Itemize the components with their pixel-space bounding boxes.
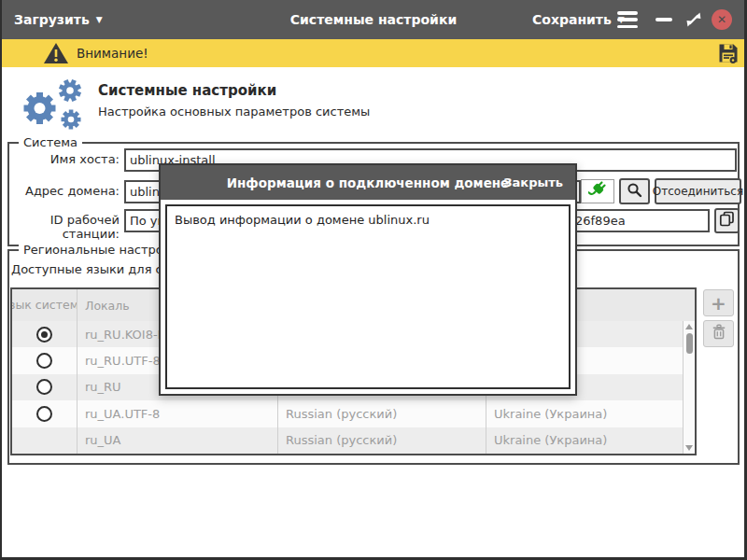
plug-icon bbox=[588, 180, 607, 203]
dialog-output-area: Вывод информации о домене ublinux.ru bbox=[165, 204, 571, 389]
dialog-close-button[interactable]: Закрыть bbox=[503, 165, 563, 200]
warning-text: Внимание! bbox=[77, 39, 148, 67]
search-icon bbox=[627, 182, 642, 202]
table-scrollbar[interactable] bbox=[683, 321, 695, 454]
locale-cell: ru_UA bbox=[77, 427, 277, 454]
warning-bar: Внимание! bbox=[0, 39, 747, 67]
workstation-id-value-end: 26f89ea bbox=[575, 214, 626, 228]
save-button-label: Сохранить bbox=[532, 12, 612, 27]
locale-cell: ru_UA.UTF-8 bbox=[77, 400, 277, 427]
language-cell: Russian (русский) bbox=[277, 400, 486, 427]
dialog-header: Информация о подключенном домене Закрыть bbox=[161, 165, 575, 200]
window-title: Системные настройки bbox=[290, 12, 457, 27]
hostname-label: Имя хоста: bbox=[9, 152, 120, 166]
workstation-id-label: ID рабочей станции: bbox=[2, 213, 120, 241]
copy-id-button[interactable] bbox=[714, 208, 740, 233]
title-bar: Загрузить ▼ Системные настройки Сохранит… bbox=[0, 0, 747, 39]
menu-icon[interactable] bbox=[617, 11, 638, 28]
disconnect-button[interactable]: Отсоединиться bbox=[655, 178, 741, 204]
header-system-language: Язык системы bbox=[12, 289, 77, 321]
table-row[interactable]: ru_UA.UTF-8 Russian (русский) Ukraine (У… bbox=[12, 400, 683, 427]
country-cell: Ukraine (Украина) bbox=[486, 427, 683, 454]
system-section-legend: Система bbox=[19, 135, 82, 149]
close-window-button[interactable]: ✕ bbox=[712, 9, 732, 30]
domain-info-dialog: Информация о подключенном домене Закрыть… bbox=[159, 163, 577, 396]
scroll-up-icon[interactable] bbox=[685, 324, 693, 329]
add-locale-button[interactable]: + bbox=[703, 289, 734, 316]
gears-icon bbox=[11, 75, 97, 136]
system-settings-window: Загрузить ▼ Системные настройки Сохранит… bbox=[0, 0, 747, 560]
radio-unselected[interactable] bbox=[36, 379, 52, 395]
save-icon[interactable] bbox=[717, 42, 740, 68]
page-title: Системные настройки bbox=[98, 82, 276, 99]
scrollbar-thumb[interactable] bbox=[686, 333, 693, 354]
disconnect-button-label: Отсоединиться bbox=[653, 185, 743, 198]
page-subtitle: Настройка основных параметров системы bbox=[98, 105, 370, 119]
domain-label: Адрес домена: bbox=[9, 184, 120, 198]
dialog-output-text: Вывод информации о домене ublinux.ru bbox=[175, 213, 430, 227]
domain-status-indicator bbox=[581, 179, 614, 203]
language-cell: Russian (русский) bbox=[277, 427, 486, 454]
copy-icon bbox=[719, 211, 735, 231]
country-cell: Ukraine (Украина) bbox=[486, 400, 683, 427]
resize-icon[interactable] bbox=[684, 10, 703, 29]
delete-locale-button[interactable] bbox=[703, 320, 734, 347]
minimize-icon[interactable] bbox=[655, 18, 672, 21]
save-button[interactable]: Сохранить ▼ bbox=[532, 0, 625, 39]
trash-icon bbox=[712, 324, 726, 343]
radio-selected[interactable] bbox=[36, 327, 52, 343]
domain-search-button[interactable] bbox=[619, 178, 650, 204]
close-icon: ✕ bbox=[717, 13, 726, 26]
warning-icon bbox=[43, 42, 69, 68]
table-row[interactable]: ru_UA Russian (русский) Ukraine (Украина… bbox=[12, 427, 683, 454]
radio-unselected[interactable] bbox=[36, 406, 52, 422]
plus-icon: + bbox=[711, 294, 726, 313]
scroll-down-icon[interactable] bbox=[685, 445, 693, 451]
radio-unselected[interactable] bbox=[36, 353, 52, 369]
